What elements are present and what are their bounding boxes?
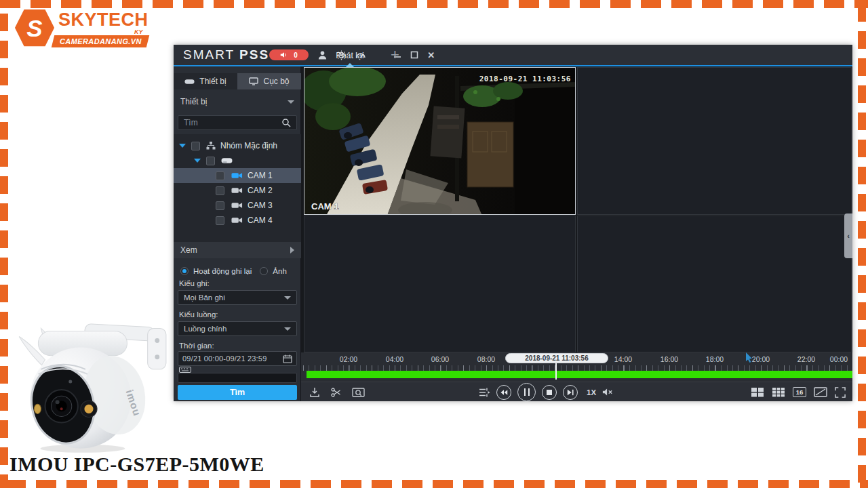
time-label: Thời gian: xyxy=(179,342,294,351)
view-section-header[interactable]: Xem xyxy=(174,242,301,258)
time-range-input[interactable]: 09/21 00:00-09/21 23:59 xyxy=(178,351,297,366)
mute-speaker-icon[interactable] xyxy=(602,388,613,396)
titlebar: SMART PSS 0 ✕ xyxy=(174,45,852,66)
product-image: imou xyxy=(4,309,175,453)
group-icon xyxy=(206,142,216,150)
search-icon[interactable] xyxy=(281,118,291,127)
logo-banner: CAMERADANANG.VN xyxy=(52,35,149,47)
stream-type-select[interactable]: Luồng chính xyxy=(178,321,297,336)
record-type-label: Kiểu ghi: xyxy=(179,279,294,289)
timeline-tooltip: 2018-09-21 11:03:56 xyxy=(505,353,608,363)
timeline-label: 22:00 xyxy=(793,355,820,363)
chevron-down-icon[interactable] xyxy=(179,144,186,148)
chevron-down-icon xyxy=(288,100,294,104)
fullscreen-icon[interactable] xyxy=(835,387,846,398)
tree-camera-row[interactable]: CAM 4 xyxy=(174,213,301,228)
panel-collapse-handle[interactable]: ‹ xyxy=(844,214,852,258)
checkbox[interactable] xyxy=(216,216,224,225)
playback-speed[interactable]: 1X xyxy=(587,388,596,396)
video-pane-empty[interactable] xyxy=(577,216,852,352)
tree-device-row[interactable] xyxy=(174,153,301,168)
skytech-logo: S SKYTECH KY CAMERADANANG.VN xyxy=(14,5,149,53)
timeline-ruler xyxy=(303,365,851,371)
playlist-icon[interactable] xyxy=(479,388,490,397)
chevron-down-icon xyxy=(284,296,291,300)
camera-icon xyxy=(231,171,243,180)
download-icon[interactable] xyxy=(309,387,320,398)
filter-radios: Hoạt động ghi lại Ảnh xyxy=(174,264,301,278)
timeline-label: 08:00 xyxy=(473,355,500,363)
timeline-label: 06:00 xyxy=(427,355,454,363)
alarm-badge[interactable]: 0 xyxy=(269,49,309,60)
timeline-label: 00:00 xyxy=(825,355,852,363)
checkbox[interactable] xyxy=(216,186,224,195)
progress-bar xyxy=(178,373,297,383)
search-input[interactable]: Tìm xyxy=(178,115,297,130)
playback-controls: 1X 16 xyxy=(301,382,852,401)
svg-text:S: S xyxy=(26,15,42,41)
close-icon[interactable]: ✕ xyxy=(427,50,435,60)
user-icon[interactable] xyxy=(317,50,328,60)
stream-type-label: Kiểu luồng: xyxy=(179,310,294,320)
timeline-label: 02:00 xyxy=(335,355,362,363)
smartpss-window: SMART PSS 0 ✕ Phát lại + 17:21:12 Thiết … xyxy=(174,45,852,401)
tree-camera-row[interactable]: CAM 2 xyxy=(174,183,301,198)
maximize-icon[interactable] xyxy=(410,51,418,59)
radio-picture[interactable] xyxy=(260,267,268,275)
monitor-icon xyxy=(249,77,258,85)
page-border-right xyxy=(858,0,866,488)
video-pane-cam1[interactable]: 2018-09-21 11:03:56 CAM 1 xyxy=(304,67,576,215)
camera-bracket-plate xyxy=(148,328,166,369)
chevron-down-icon[interactable] xyxy=(194,159,201,163)
add-tab-button[interactable]: + xyxy=(391,46,399,64)
grid-4-icon[interactable] xyxy=(751,387,764,397)
radio-record[interactable] xyxy=(180,267,189,275)
video-pane-empty[interactable] xyxy=(577,67,852,215)
pause-button[interactable] xyxy=(517,383,536,401)
rewind-button[interactable] xyxy=(496,385,511,400)
tab-active-notch xyxy=(346,63,354,67)
camera-icon xyxy=(231,201,243,209)
timeline[interactable]: 02:00 04:00 06:00 08:00 10:00 12:00 14:0… xyxy=(301,352,852,382)
search-button[interactable]: Tìm xyxy=(178,385,297,400)
timeline-recorded-bar[interactable] xyxy=(307,371,852,378)
tab-local[interactable]: Cục bộ xyxy=(237,73,301,89)
zoom-region-icon[interactable] xyxy=(352,387,365,398)
tree-camera-row[interactable]: CAM 3 xyxy=(174,198,301,213)
video-pane-empty[interactable] xyxy=(304,216,576,352)
stop-button[interactable] xyxy=(542,385,557,400)
camera-led xyxy=(34,404,41,413)
timeline-label: 16:00 xyxy=(656,355,683,363)
video-camera-label: CAM 1 xyxy=(311,201,338,211)
app-logo: SMART PSS xyxy=(183,47,269,62)
page-border-bottom xyxy=(0,480,868,488)
checkbox[interactable] xyxy=(191,142,200,150)
timeline-label: 14:00 xyxy=(610,355,637,363)
calendar-icon[interactable] xyxy=(283,354,292,363)
custom-split-icon[interactable] xyxy=(814,387,827,397)
device-select[interactable]: Thiết bị xyxy=(174,94,301,110)
record-type-select[interactable]: Mọi Bản ghi xyxy=(178,290,297,305)
checkbox[interactable] xyxy=(206,157,215,165)
tab-device[interactable]: Thiết bị xyxy=(174,73,237,89)
device-tree: Nhóm Mặc định CAM 1 CAM 2 CAM 3 xyxy=(174,134,301,256)
checkbox[interactable] xyxy=(216,201,224,210)
keyboard-icon[interactable] xyxy=(179,367,191,373)
clip-scissors-icon[interactable] xyxy=(330,387,342,398)
timeline-label: 04:00 xyxy=(381,355,408,363)
logo-sub: KY xyxy=(134,28,143,35)
device-icon xyxy=(184,79,195,85)
grid-9-icon[interactable] xyxy=(772,387,785,397)
logo-brand: SKYTECH xyxy=(58,9,149,30)
main-area: 2018-09-21 11:03:56 CAM 1 ‹ 02:00 04:00 … xyxy=(301,66,852,401)
video-feed: 2018-09-21 11:03:56 CAM 1 xyxy=(304,68,576,215)
speaker-icon xyxy=(280,52,288,58)
tree-camera-row[interactable]: CAM 1 xyxy=(174,168,301,183)
sidebar: Thiết bị Cục bộ Thiết bị Tìm Nhóm Mặc đị… xyxy=(174,66,301,401)
tree-group-row[interactable]: Nhóm Mặc định xyxy=(174,138,301,153)
timeline-playhead[interactable] xyxy=(555,361,557,380)
mouse-cursor-icon xyxy=(745,352,753,363)
step-forward-button[interactable] xyxy=(563,385,578,400)
grid-16-button[interactable]: 16 xyxy=(793,387,806,397)
checkbox[interactable] xyxy=(216,171,224,180)
